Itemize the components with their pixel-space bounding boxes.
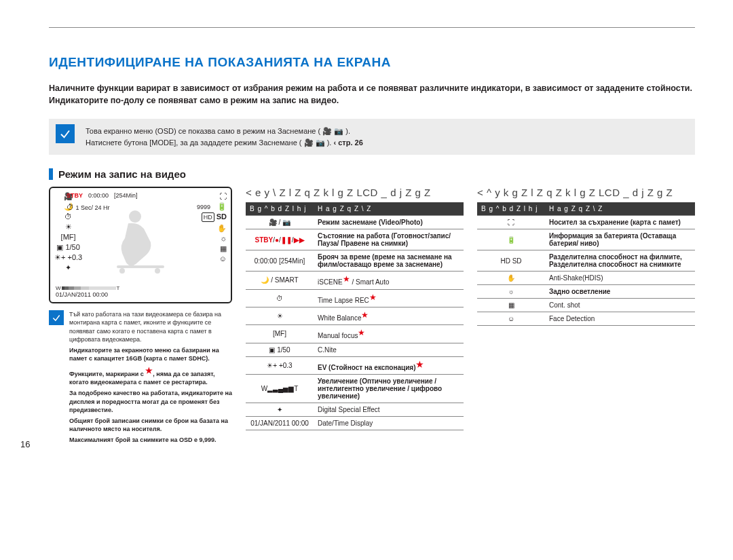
ev-icon: ☀+ +0.3 — [54, 253, 82, 261]
indicator-cell: STBY/●/❚❚/▶▶ — [246, 229, 314, 250]
contshot-icon: ▦ — [220, 244, 227, 253]
table-row: 0:00:00 [254Min]Брояч за време (време на… — [246, 250, 464, 272]
description-cell: Date/Time Display — [314, 416, 464, 430]
table-row: 🎥 / 📷Режим заснемане (Video/Photo) — [246, 216, 464, 229]
description-cell: Информация за батерията (Оставаща батери… — [545, 229, 695, 250]
note-box: Това екранно меню (OSD) се показва само … — [49, 119, 695, 155]
small-note-block: Тъй като работата на тази видеокамера се… — [49, 310, 232, 447]
description-cell: Cont. shot — [545, 299, 695, 312]
indicator-cell: ✦ — [246, 403, 314, 416]
table-row: 01/JAN/2011 00:00Date/Time Display — [246, 416, 464, 430]
description-cell: Брояч за време (време на заснемане на фи… — [314, 250, 464, 272]
table-row: ☼Задно осветление — [477, 285, 695, 299]
description-cell: C.Nite — [314, 343, 464, 356]
table-row: [MF]Manual focus★ — [246, 325, 464, 343]
th-indicator: B g ^ b d Z l h j — [246, 202, 314, 216]
indicator-cell: ▣ 1/50 — [246, 343, 314, 356]
right-spec-table: B g ^ b d Z l h j H a g Z q Z \ Z ⛶Носит… — [477, 202, 695, 326]
effect-icon: ✦ — [54, 263, 82, 272]
mid-subhead: < e y \ Z l Z q Z k l g Z LCD _ d j Z g … — [246, 187, 464, 198]
svg-point-0 — [129, 210, 141, 223]
description-cell: Носител за съхранение (карта с памет) — [545, 216, 695, 229]
indicator-cell: 0:00:00 [254Min] — [246, 250, 314, 272]
mf-icon: [MF] — [54, 233, 82, 241]
page-title: ИДЕНТИФИЦИРАНЕ НА ПОКАЗАНИЯТА НА ЕКРАНА — [49, 55, 695, 70]
right-subhead: < ^ y k g Z l Z q Z k l g Z LCD _ d j Z … — [477, 187, 695, 198]
indicator-cell: ▦ — [477, 299, 545, 312]
svg-point-2 — [119, 268, 125, 274]
description-cell: EV (Стойност на експонация)★ — [314, 356, 464, 374]
res-icon: HD SD — [202, 212, 227, 222]
timelapse-icon: ⏱ — [54, 212, 82, 221]
indicator-cell: 🎥 / 📷 — [246, 216, 314, 229]
indicator-cell: 🌙 / SMART — [246, 272, 314, 289]
indicator-cell: ☼ — [477, 285, 545, 299]
table-row: ▦Cont. shot — [477, 299, 695, 312]
indicator-cell: HD SD — [477, 250, 545, 272]
th-meaning: H a g Z q Z \ Z — [314, 202, 464, 216]
description-cell: Manual focus★ — [314, 325, 464, 343]
description-cell: White Balance★ — [314, 307, 464, 324]
description-cell: Face Detection — [545, 312, 695, 326]
small-note-line: Индикаторите за екранното меню са базира… — [69, 346, 232, 362]
small-note-line: Функциите, маркирани с ★, няма да се зап… — [69, 365, 232, 386]
indicator-cell: ☺ — [477, 312, 545, 326]
lcd-stby: STBY — [67, 192, 83, 199]
description-cell: iSCENE★ / Smart Auto — [314, 272, 464, 289]
page-number: 16 — [20, 439, 30, 449]
svg-point-3 — [155, 268, 160, 274]
table-row: W▂▃▄▅▆TУвеличение (Оптично увеличение / … — [246, 374, 464, 403]
indicator-cell: ⏱ — [246, 289, 314, 307]
check-icon — [56, 124, 75, 143]
description-cell: Режим заснемане (Video/Photo) — [314, 216, 464, 229]
description-cell: Time Lapse REC★ — [314, 289, 464, 307]
description-cell: Състояние на работа (Готовност/запис/Пау… — [314, 229, 464, 250]
indicator-cell: ⛶ — [477, 216, 545, 229]
table-row: ▣ 1/50C.Nite — [246, 343, 464, 356]
indicator-cell: 🔋 — [477, 229, 545, 250]
description-cell: Digital Special Effect — [314, 403, 464, 416]
svg-rect-1 — [117, 265, 164, 268]
note-line-2: Натиснете бутона [MODE], за да зададете … — [86, 137, 685, 149]
table-row: 🔋Информация за батерията (Оставаща батер… — [477, 229, 695, 250]
lcd-date: 01/JAN/2011 00:00 — [56, 291, 225, 298]
table-row: ✋Anti-Shake(HDIS) — [477, 272, 695, 285]
note-line-2b: ‹ стр. 26 — [333, 138, 362, 147]
left-spec-table: B g ^ b d Z l h j H a g Z q Z \ Z 🎥 / 📷Р… — [246, 202, 464, 430]
indicator-cell: W▂▃▄▅▆T — [246, 374, 314, 403]
lcd-time: 0:00:00 — [88, 192, 109, 199]
zoom-w: W — [56, 285, 61, 291]
table-row: HD SDРазделителна способност на филмите,… — [477, 250, 695, 272]
battery-icon: 🔋 — [217, 202, 227, 210]
table-row: 🌙 / SMARTiSCENE★ / Smart Auto — [246, 272, 464, 289]
face-icon: ☺ — [219, 255, 227, 263]
table-row: ✦Digital Special Effect — [246, 403, 464, 416]
wb-icon: ☀ — [54, 223, 82, 231]
top-rule — [49, 27, 695, 28]
skater-silhouette-icon — [98, 202, 179, 284]
description-cell: Увеличение (Оптично увеличение / интелиг… — [314, 374, 464, 403]
description-cell: Разделителна способност на филмите, Разд… — [545, 250, 695, 272]
table-row: ⛶Носител за съхранение (карта с памет) — [477, 216, 695, 229]
small-note-line: Общият брой записани снимки се брои на б… — [69, 417, 232, 433]
check-icon — [49, 310, 64, 325]
storage-icon: ⛶ — [219, 192, 227, 200]
note-line-2a: Натиснете бутона [MODE], за да зададете … — [86, 138, 333, 147]
intro-text: Наличните функции варират в зависимост о… — [49, 82, 695, 107]
indicator-cell: ✋ — [477, 272, 545, 285]
backlight-icon: ☼ — [220, 234, 227, 242]
zoom-bar: W T — [56, 285, 225, 291]
table-row: ☀White Balance★ — [246, 307, 464, 324]
indicator-cell: 01/JAN/2011 00:00 — [246, 416, 314, 430]
small-note-line: За подобрено качество на работата, индик… — [69, 389, 232, 413]
small-note-line: Тъй като работата на тази видеокамера се… — [69, 310, 232, 343]
th-meaning: H a g Z q Z \ Z — [545, 202, 695, 216]
lcd-preview: 🎥 🌙 ⏱ ☀ [MF] ▣ 1/50 ☀+ +0.3 ✦ ⛶ 🔋 HD SD … — [49, 187, 232, 303]
zoom-t: T — [117, 285, 120, 291]
lcd-remain: [254Min] — [114, 192, 138, 199]
lcd-photos: 9999 — [197, 204, 210, 210]
cnite-icon: ▣ 1/50 — [54, 243, 82, 251]
th-indicator: B g ^ b d Z l h j — [477, 202, 545, 216]
note-line-1: Това екранно меню (OSD) се показва само … — [86, 126, 685, 137]
description-cell: Задно осветление — [545, 285, 695, 299]
